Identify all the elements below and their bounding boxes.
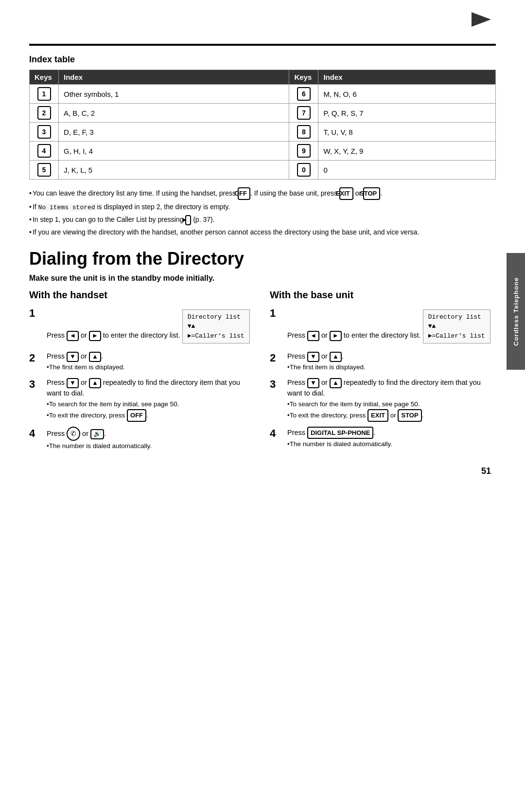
two-col-layout: With the handset 1 Press ◄ or ► to enter… xyxy=(29,289,496,456)
index-1: Other symbols, 1 xyxy=(59,85,289,104)
base-lcd-display-1: Directory list ▼▲ ►=Caller's list xyxy=(423,309,490,344)
standby-subtitle: Make sure the unit is in the standby mod… xyxy=(29,274,496,283)
notes-section: •You can leave the directory list any ti… xyxy=(29,187,496,238)
key-7: 7 xyxy=(297,106,311,120)
up-btn: ▲ xyxy=(89,352,101,362)
col-header-keys2: Keys xyxy=(289,70,318,85)
up-btn-3: ▲ xyxy=(89,378,101,388)
handset-column: With the handset 1 Press ◄ or ► to enter… xyxy=(29,289,255,456)
col-header-index2: Index xyxy=(318,70,496,85)
key-5: 5 xyxy=(37,163,51,177)
digital-sp-phone-btn: DIGITAL SP-PHONE xyxy=(307,427,373,439)
base-left-btn: ◄ xyxy=(307,331,319,341)
note-3: •In step 1, you can go to the Caller Lis… xyxy=(29,215,496,225)
index-table-title: Index table xyxy=(29,54,496,65)
handset-step-4: 4 Press ✆ or 🔊. •The number is dialed au… xyxy=(29,427,255,451)
index-7: P, Q, R, S, 7 xyxy=(318,104,496,123)
down-btn-3: ▼ xyxy=(67,378,79,388)
exit-key: EXIT xyxy=(339,187,353,200)
off-key: OFF xyxy=(238,187,250,200)
speaker-btn: 🔊 xyxy=(90,429,104,439)
table-row: 5 J, K, L, 5 0 0 xyxy=(30,161,496,180)
base-exit-key: EXIT xyxy=(368,409,388,422)
index-8: T, U, V, 8 xyxy=(318,123,496,142)
note-1: •You can leave the directory list any ti… xyxy=(29,187,496,200)
page-container: Cordless Telephone Index table Keys Inde… xyxy=(0,0,525,496)
key-0: 0 xyxy=(297,163,311,177)
base-column: With the base unit 1 Press ◄ or ► to ent… xyxy=(270,289,496,456)
left-arrow-btn: ◄ xyxy=(67,331,79,341)
down-btn: ▼ xyxy=(67,352,79,362)
index-0: 0 xyxy=(318,161,496,180)
step2-note: •The first item is displayed. xyxy=(47,363,125,371)
key-8: 8 xyxy=(297,125,311,139)
main-heading: Dialing from the Directory xyxy=(29,249,496,269)
handset-call-btn: ✆ xyxy=(67,427,80,441)
index-3: D, E, F, 3 xyxy=(59,123,289,142)
base-step-4: 4 Press DIGITAL SP-PHONE. •The number is… xyxy=(270,427,496,450)
svg-marker-0 xyxy=(472,12,491,27)
table-row: 2 A, B, C, 2 7 P, Q, R, S, 7 xyxy=(30,104,496,123)
note-4: •If you are viewing the directory with t… xyxy=(29,227,496,238)
off-key-step3: OFF xyxy=(127,409,146,422)
note-2: •If No items stored is displayed in step… xyxy=(29,202,496,213)
table-row: 4 G, H, I, 4 9 W, X, Y, Z, 9 xyxy=(30,142,496,161)
handset-step-1: 1 Press ◄ or ► to enter the directory li… xyxy=(29,307,255,347)
top-arrow-icon xyxy=(467,10,496,29)
handset-step-2: 2 Press ▼ or ▲. •The first item is displ… xyxy=(29,351,255,373)
index-2: A, B, C, 2 xyxy=(59,104,289,123)
index-table: Keys Index Keys Index 1 Other symbols, 1… xyxy=(29,70,496,180)
base-down-btn-3: ▼ xyxy=(307,378,319,388)
key-1: 1 xyxy=(37,87,51,101)
base-stop-key: STOP xyxy=(398,409,421,422)
table-row: 3 D, E, F, 3 8 T, U, V, 8 xyxy=(30,123,496,142)
base-step-1: 1 Press ◄ or ► to enter the directory li… xyxy=(270,307,496,347)
base-up-btn-3: ▲ xyxy=(330,378,342,388)
right-arrow-btn: ► xyxy=(89,331,101,341)
base-step-3: 3 Press ▼ or ▲ repeatedly to find the di… xyxy=(270,378,496,422)
handset-step-3: 3 Press ▼ or ▲ repeatedly to find the di… xyxy=(29,378,255,422)
base-step2-note: •The first item is displayed. xyxy=(287,363,366,371)
stop-key: STOP xyxy=(363,187,380,200)
key-3: 3 xyxy=(37,125,51,139)
base-step-2: 2 Press ▼ or ▲. •The first item is displ… xyxy=(270,351,496,373)
handset-col-title: With the handset xyxy=(29,289,255,301)
index-6: M, N, O, 6 xyxy=(318,85,496,104)
key-9: 9 xyxy=(297,144,311,158)
key-6: 6 xyxy=(297,87,311,101)
lcd-display-1: Directory list ▼▲ ►=Caller's list xyxy=(182,309,250,344)
top-rule xyxy=(29,44,496,46)
index-9: W, X, Y, Z, 9 xyxy=(318,142,496,161)
base-right-btn: ► xyxy=(330,331,342,341)
index-5: J, K, L, 5 xyxy=(59,161,289,180)
base-col-title: With the base unit xyxy=(270,289,496,301)
key-4: 4 xyxy=(37,144,51,158)
index-4: G, H, I, 4 xyxy=(59,142,289,161)
col-header-index1: Index xyxy=(59,70,289,85)
base-up-btn: ▲ xyxy=(330,352,342,362)
side-tab: Cordless Telephone xyxy=(507,253,525,370)
right-arrow-key: ► xyxy=(185,215,191,225)
table-row: 1 Other symbols, 1 6 M, N, O, 6 xyxy=(30,85,496,104)
page-number: 51 xyxy=(29,466,496,476)
col-header-keys1: Keys xyxy=(30,70,59,85)
key-2: 2 xyxy=(37,106,51,120)
base-down-btn: ▼ xyxy=(307,352,319,362)
